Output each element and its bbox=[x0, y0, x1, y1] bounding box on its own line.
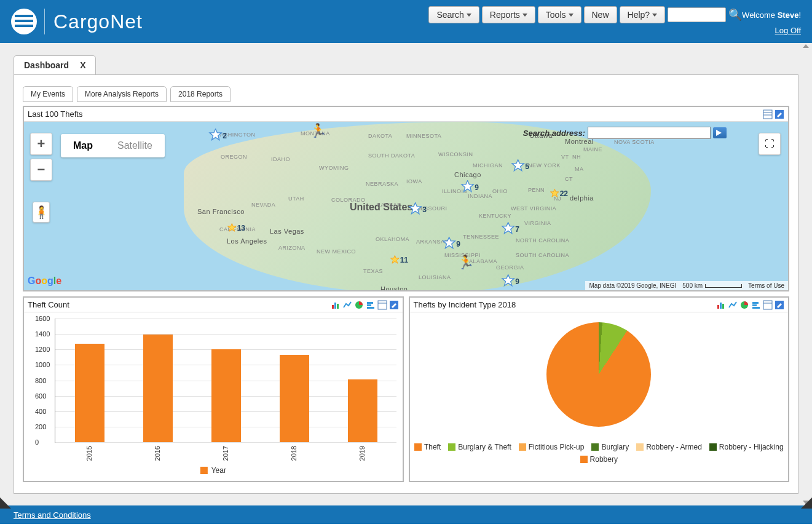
edit-icon[interactable] bbox=[775, 109, 784, 119]
subtab-bar: My Events More Analysis Reports 2018 Rep… bbox=[23, 86, 789, 102]
pie-legend: TheftBurglary & TheftFictitious Pick-upB… bbox=[410, 442, 789, 466]
map-cluster-marker[interactable]: 2 bbox=[208, 127, 227, 145]
map-place-label: Las Vegas bbox=[270, 228, 304, 235]
subtab-2018-reports[interactable]: 2018 Reports bbox=[170, 86, 231, 102]
map-canvas[interactable]: United States WASHINGTONMONTANADAKOTAORE… bbox=[24, 122, 788, 290]
zoom-out-button[interactable]: − bbox=[30, 159, 52, 181]
legend-label: Theft bbox=[424, 442, 441, 453]
y-axis-tick: 1200 bbox=[35, 346, 50, 353]
map-place-label: DAKOTA bbox=[368, 133, 392, 139]
data-table-icon[interactable] bbox=[763, 109, 773, 119]
map-type-map[interactable]: Map bbox=[61, 134, 105, 157]
search-go-button[interactable] bbox=[713, 127, 727, 138]
legend-swatch bbox=[448, 443, 455, 451]
bar-legend: Year bbox=[200, 466, 226, 475]
map-place-label: NEW YORK bbox=[528, 162, 561, 168]
fullscreen-button[interactable]: ⛶ bbox=[759, 133, 781, 155]
map-cluster-marker[interactable]: 22 bbox=[550, 184, 568, 203]
bar bbox=[348, 379, 377, 442]
data-table-icon[interactable] bbox=[377, 300, 387, 310]
map-cluster-marker[interactable]: 9 bbox=[442, 235, 460, 253]
terms-link[interactable]: Terms and Conditions bbox=[14, 510, 91, 520]
data-table-icon[interactable] bbox=[763, 300, 773, 310]
x-axis-tick: 2017 bbox=[222, 446, 229, 461]
map-place-label: IOWA bbox=[406, 178, 422, 184]
tab-close-button[interactable]: X bbox=[80, 60, 85, 70]
legend-swatch bbox=[591, 443, 599, 451]
global-search-input[interactable] bbox=[668, 7, 726, 22]
bar-chart-icon[interactable] bbox=[331, 300, 341, 310]
search-icon[interactable]: 🔍 bbox=[728, 9, 739, 20]
scroll-indicator[interactable] bbox=[801, 44, 810, 504]
subtab-my-events[interactable]: My Events bbox=[23, 86, 73, 102]
bar bbox=[211, 349, 241, 442]
hbar-chart-icon[interactable] bbox=[751, 300, 761, 310]
bar-chart-icon[interactable] bbox=[716, 300, 726, 310]
legend-item: Burglary & Theft bbox=[448, 442, 511, 453]
map-place-label: MA bbox=[575, 166, 584, 172]
map-place-label: COLORADO bbox=[331, 197, 366, 203]
map-cluster-marker[interactable]: 7 bbox=[501, 220, 519, 239]
map-cluster-marker[interactable]: 11 bbox=[390, 251, 408, 269]
pie-chart-icon[interactable] bbox=[739, 300, 749, 310]
header-nav: Search Reports Tools New Help? 🔍 Welcome… bbox=[428, 6, 801, 35]
pie-chart-body: TheftBurglary & TheftFictitious Pick-upB… bbox=[410, 312, 789, 478]
map-cluster-marker[interactable]: 9 bbox=[460, 178, 479, 197]
edit-icon[interactable] bbox=[775, 300, 784, 310]
svg-rect-30 bbox=[752, 307, 760, 309]
svg-rect-14 bbox=[332, 305, 334, 309]
logoff-link[interactable]: Log Off bbox=[775, 26, 801, 35]
map-type-switch: Map Satellite bbox=[61, 134, 165, 157]
nav-new[interactable]: New bbox=[584, 6, 617, 23]
search-address-input[interactable] bbox=[588, 127, 711, 139]
header-divider bbox=[44, 9, 45, 34]
y-axis-tick: 600 bbox=[35, 392, 46, 400]
nav-tools[interactable]: Tools bbox=[538, 6, 581, 23]
widget-theft-count: Theft Count Year 02004006008001000120014… bbox=[23, 296, 404, 482]
legend-item: Theft bbox=[414, 442, 441, 453]
zoom-in-button[interactable]: + bbox=[30, 133, 52, 155]
legend-swatch bbox=[580, 456, 588, 463]
map-place-label: OKLAHOMA bbox=[376, 236, 409, 242]
nav-help[interactable]: Help? bbox=[620, 6, 666, 23]
map-terms-link[interactable]: Terms of Use bbox=[748, 282, 784, 289]
nav-reports[interactable]: Reports bbox=[482, 6, 535, 23]
map-cluster-marker[interactable]: 13 bbox=[227, 219, 245, 237]
widget-map: Last 100 Thefts United States WASHINGTON… bbox=[23, 106, 789, 291]
runner-icon: 🏃 bbox=[310, 123, 326, 139]
hbar-chart-icon[interactable] bbox=[366, 300, 376, 310]
bar bbox=[280, 355, 309, 442]
map-place-label: KENTUCKY bbox=[479, 213, 511, 219]
pie-chart bbox=[546, 322, 651, 427]
map-cluster-marker[interactable]: 3 bbox=[408, 200, 427, 219]
svg-rect-28 bbox=[752, 302, 759, 304]
edit-icon[interactable] bbox=[389, 300, 399, 310]
y-axis-tick: 800 bbox=[35, 377, 46, 384]
y-axis-tick: 1000 bbox=[35, 361, 50, 368]
subtab-more-reports[interactable]: More Analysis Reports bbox=[77, 86, 167, 102]
svg-rect-26 bbox=[722, 304, 724, 309]
map-cluster-marker[interactable]: 5 bbox=[511, 157, 529, 176]
legend-label: Robbery - Armed bbox=[646, 442, 702, 453]
map-place-label: SOUTH DAKOTA bbox=[368, 153, 415, 159]
tab-dashboard[interactable]: Dashboard X bbox=[14, 55, 96, 74]
search-address-label: Search address: bbox=[523, 129, 585, 138]
map-place-label: MAINE bbox=[583, 146, 602, 153]
map-place-label: Chicago bbox=[454, 171, 481, 178]
y-axis-tick: 1400 bbox=[35, 330, 50, 338]
app-footer: Terms and Conditions bbox=[0, 505, 812, 524]
legend-item: Robbery - Armed bbox=[636, 442, 702, 453]
pegman-icon[interactable]: 🧍 bbox=[33, 202, 50, 223]
map-cluster-marker[interactable]: 9 bbox=[501, 272, 519, 290]
nav-search[interactable]: Search bbox=[428, 6, 479, 23]
pie-chart-icon[interactable] bbox=[354, 300, 364, 310]
line-chart-icon[interactable] bbox=[342, 300, 352, 310]
widget-title-map: Last 100 Thefts bbox=[24, 107, 788, 122]
google-logo: Google bbox=[28, 275, 61, 287]
map-type-satellite[interactable]: Satellite bbox=[105, 134, 165, 157]
bar-chart-body: Year 02004006008001000120014001600201520… bbox=[24, 312, 403, 478]
y-axis-tick: 400 bbox=[35, 408, 46, 415]
line-chart-icon[interactable] bbox=[728, 300, 738, 310]
svg-rect-20 bbox=[367, 307, 374, 309]
svg-rect-21 bbox=[378, 301, 387, 309]
